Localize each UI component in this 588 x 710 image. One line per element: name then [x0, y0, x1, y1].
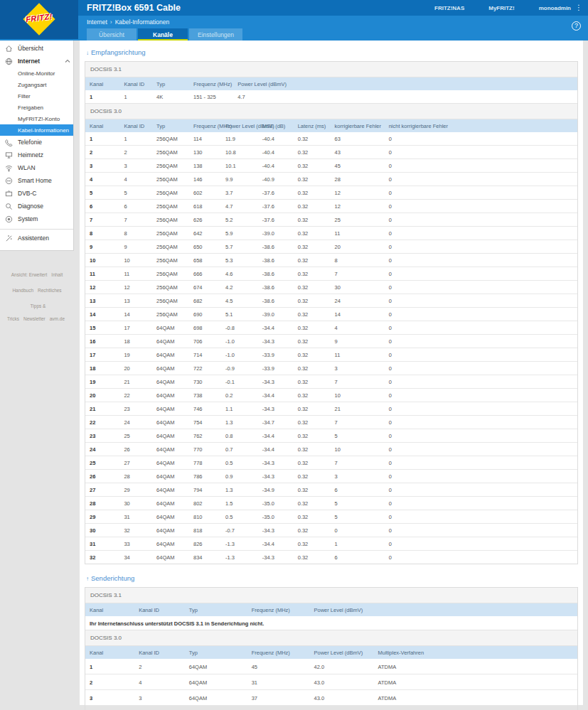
table-cell: 4K [152, 90, 189, 103]
empfang-heading: ↓Empfangsrichtung [86, 48, 578, 56]
column-header-power-level-dbmv: Power Level (dBmV) [233, 77, 577, 90]
table-cell: 0.32 [294, 348, 331, 362]
breadcrumb-page: Kabel-Informationen [115, 18, 170, 26]
sidebar-item-dvb-c[interactable]: DVB-C [0, 187, 73, 200]
table-cell: -40.4 [258, 132, 294, 146]
table-cell: 6 [119, 200, 152, 213]
table-row: 33256QAM13810.1-40.40.32450 [85, 159, 577, 173]
table-cell: 7 [85, 213, 119, 227]
table-cell: 698 [189, 321, 221, 335]
table-cell: 0 [385, 281, 577, 294]
table-cell: 43.0 [310, 674, 374, 690]
sidebar-item-telefonie[interactable]: Telefonie [0, 136, 73, 149]
table-cell: 8 [331, 254, 385, 267]
table-cell: 0 [331, 524, 385, 537]
table-cell: 5 [331, 510, 385, 524]
table-cell: 64QAM [152, 537, 189, 551]
table-row: 252764QAM7780.5-34.30.3270 [85, 456, 577, 470]
table-cell: 0 [385, 416, 577, 429]
table-cell: 9 [85, 240, 119, 254]
sidebar-item-wlan[interactable]: WLAN [0, 161, 73, 174]
table-cell: 42.0 [310, 659, 374, 674]
table-cell: 0.32 [294, 281, 331, 294]
sidebar-item-system[interactable]: System [0, 213, 73, 225]
table-row: 55256QAM6023.7-37.60.32120 [85, 186, 577, 200]
table-cell: 0 [385, 159, 577, 173]
table-cell: -34.4 [258, 321, 294, 335]
docsis31-label: DOCSIS 3.1 [85, 62, 577, 77]
table-cell: 4.7 [221, 200, 258, 213]
table-cell: 64QAM [152, 497, 189, 510]
column-header-frequenz-mhz: Frequenz (MHz) [189, 119, 221, 132]
table-cell: -37.6 [258, 200, 294, 213]
table-cell: 0.32 [294, 456, 331, 470]
help-icon[interactable]: ? [572, 21, 581, 31]
sidebar-subitem-online-monitor[interactable]: Online-Monitor [0, 68, 73, 79]
sidebar-subitem-kabel-informationen[interactable]: Kabel-Informationen [0, 124, 73, 136]
table-cell: 10 [331, 389, 385, 402]
footer-link-inhalt[interactable]: Inhalt [51, 272, 63, 277]
footer-link-newsletter[interactable]: Newsletter [23, 316, 46, 321]
menu-band: Internet›Kabel-Informationen ? Übersicht… [0, 16, 588, 41]
footer-link-rechtliches[interactable]: Rechtliches [38, 288, 62, 293]
table-cell: 0.9 [221, 470, 258, 483]
table-cell: 0 [385, 335, 577, 348]
table-cell: 1.5 [221, 497, 258, 510]
table-cell: 31 [119, 510, 152, 524]
sidebar-item-diagnose[interactable]: Diagnose [0, 200, 73, 213]
table-cell: 5.1 [221, 308, 258, 321]
globe-icon [5, 57, 14, 65]
sende-docsis30-label: DOCSIS 3.0 [85, 630, 577, 646]
breadcrumb-section[interactable]: Internet [87, 18, 107, 26]
sidebar-item-internet[interactable]: Internet [0, 55, 73, 68]
footer-link-handbuch[interactable]: Handbuch [12, 288, 33, 293]
header-link-monoadmin[interactable]: monoadmin [539, 5, 571, 11]
footer-link-avm-de[interactable]: avm.de [50, 316, 65, 321]
tab-bersicht[interactable]: Übersicht [87, 28, 137, 41]
table-row: 272964QAM7941.3-34.90.3260 [85, 483, 577, 497]
main-content-panel: ↓Empfangsrichtung DOCSIS 3.1 KanalKanal … [80, 41, 583, 705]
table-cell: 130 [189, 146, 221, 159]
table-cell: 706 [189, 335, 221, 348]
table-cell: 17 [119, 321, 152, 335]
tab-kan-le[interactable]: Kanäle [138, 28, 188, 41]
sidebar-subitem-myfritz-konto[interactable]: MyFRITZ!-Konto [0, 113, 73, 124]
table-cell: 23 [119, 402, 152, 416]
table-cell: -39.0 [258, 308, 294, 321]
sidebar-subitem-zugangsart[interactable]: Zugangsart [0, 79, 73, 90]
sidebar-item-assistenten[interactable]: Assistenten [0, 229, 73, 244]
table-cell: 10 [119, 254, 152, 267]
table-cell: 15 [85, 321, 119, 335]
header-link-fritz-nas[interactable]: FRITZ!NAS [434, 5, 464, 11]
table-row: 99256QAM6505.7-38.60.32200 [85, 240, 577, 254]
footer-link-ansicht-erweitert[interactable]: Ansicht: Erweitert [11, 272, 48, 277]
fritz-logo[interactable]: FRITZ! [0, 0, 78, 39]
table-cell: 0 [385, 173, 577, 186]
table-cell: 14 [331, 308, 385, 321]
table-cell: ATDMA [373, 706, 577, 710]
table-header-row: KanalKanal IDTypFrequenz (MHz)Power Leve… [85, 603, 577, 616]
table-cell: 256QAM [152, 132, 189, 146]
sidebar-item-smart-home[interactable]: Smart Home [0, 174, 73, 187]
tab-einstellungen[interactable]: Einstellungen [189, 28, 242, 41]
column-header-power-level-dbmv: Power Level (dBmV) [310, 646, 374, 659]
table-cell: 6 [331, 483, 385, 497]
kebab-menu-icon[interactable]: ⋮ [575, 0, 582, 16]
table-cell: 2 [85, 146, 119, 159]
table-cell: 0 [385, 213, 577, 227]
table-cell: 34 [119, 551, 152, 564]
table-row: 11256QAM11411.9-40.40.32630 [85, 132, 577, 146]
sidebar-item-heimnetz[interactable]: Heimnetz [0, 149, 73, 161]
table-cell: 41.0 [310, 706, 374, 710]
header-link-myfritz[interactable]: MyFRITZ! [488, 5, 514, 11]
table-cell: 3 [119, 159, 152, 173]
table-cell: 22 [85, 416, 119, 429]
table-cell: 32 [85, 551, 119, 564]
table-row: 242664QAM7700.7-34.40.32100 [85, 443, 577, 456]
table-cell: 146 [189, 173, 221, 186]
sidebar-item-bersicht[interactable]: Übersicht [0, 42, 73, 55]
table-cell: 0 [385, 240, 577, 254]
sidebar-subitem-freigaben[interactable]: Freigaben [0, 102, 73, 113]
sidebar-subitem-filter[interactable]: Filter [0, 90, 73, 102]
table-cell: 0.32 [294, 186, 331, 200]
